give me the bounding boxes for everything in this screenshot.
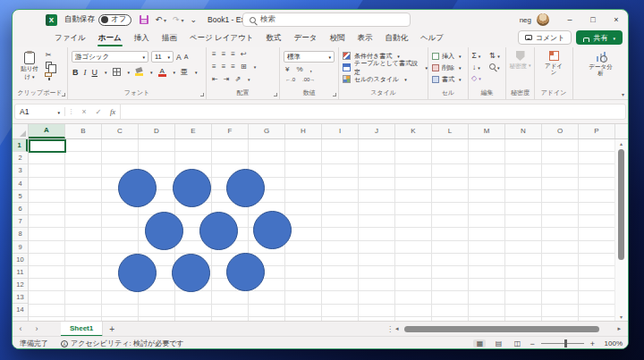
borders-icon[interactable] — [113, 68, 121, 76]
vertical-scrollbar[interactable]: ▴ ▾ — [614, 139, 627, 321]
name-box-splitter[interactable]: ⋮ — [65, 108, 77, 115]
copy-icon[interactable] — [46, 62, 52, 69]
ribbon-tab-2[interactable]: 挿入 — [128, 29, 156, 47]
sort-filter-icon[interactable]: ⇅ — [489, 51, 500, 60]
find-select-icon[interactable] — [489, 63, 500, 71]
search-box[interactable]: 検索 — [242, 13, 411, 27]
row-header-3[interactable]: 3 — [13, 164, 28, 177]
row-header-6[interactable]: 6 — [13, 203, 28, 215]
font-color-button[interactable]: A — [158, 68, 166, 77]
enter-icon[interactable]: ✓ — [91, 107, 106, 116]
page-break-view-icon[interactable]: ◫ — [511, 339, 523, 347]
font-size-select[interactable]: 11 — [151, 51, 174, 63]
clear-icon[interactable]: ◇ — [471, 74, 481, 82]
column-header-P[interactable]: P — [579, 124, 615, 138]
fill-icon[interactable]: ↓ — [472, 63, 480, 71]
decrease-indent-icon[interactable]: ⇤ — [212, 75, 218, 83]
ribbon-tab-4[interactable]: ページ レイアウト — [183, 29, 260, 47]
ruby-button[interactable]: 亜 — [181, 67, 188, 77]
autosave-control[interactable]: 自動保存 オフ — [64, 14, 131, 26]
currency-icon[interactable]: ¥ — [285, 65, 289, 73]
decrease-decimal-icon[interactable]: .00→ — [302, 77, 315, 82]
column-header-G[interactable]: G — [249, 124, 285, 138]
ribbon-tab-3[interactable]: 描画 — [156, 29, 183, 47]
number-dialog-launcher-icon[interactable] — [333, 93, 336, 96]
row-header-12[interactable]: 12 — [13, 279, 28, 291]
tab-scroll-splitter[interactable]: ⋮ — [386, 325, 394, 333]
clipboard-dialog-launcher-icon[interactable] — [62, 93, 65, 96]
autosum-icon[interactable]: Σ — [471, 51, 480, 60]
hscroll-right-icon[interactable]: ▸ — [617, 325, 621, 332]
fill-color-icon[interactable] — [135, 68, 143, 76]
merge-center-icon[interactable]: ⊞ — [241, 63, 247, 71]
row-header-4[interactable]: 4 — [13, 178, 28, 190]
align-top-icon[interactable]: ≡ — [212, 50, 216, 58]
row-header-14[interactable]: 14 — [13, 304, 28, 316]
font-dialog-launcher-icon[interactable] — [200, 93, 204, 96]
column-header-L[interactable]: L — [432, 124, 469, 138]
row-header-2[interactable]: 2 — [13, 152, 28, 164]
share-button[interactable]: 共有 — [576, 30, 623, 45]
underline-button[interactable]: U — [92, 68, 98, 77]
select-all-button[interactable] — [13, 124, 29, 138]
increase-indent-icon[interactable]: ⇥ — [224, 75, 230, 83]
save-icon[interactable] — [140, 15, 148, 24]
sheet-next-icon[interactable]: › — [29, 324, 45, 333]
format-painter-icon[interactable] — [45, 72, 52, 77]
ribbon-tab-5[interactable]: 数式 — [259, 29, 287, 47]
cells-item-1[interactable]: 削除 — [428, 62, 468, 73]
alignment-dialog-launcher-icon[interactable] — [274, 93, 277, 96]
grow-font-button[interactable]: A — [176, 53, 182, 62]
circle-shape-6[interactable] — [253, 211, 292, 249]
scroll-up-icon[interactable]: ▴ — [615, 140, 627, 147]
circle-shape-5[interactable] — [199, 212, 238, 250]
circle-shape-8[interactable] — [172, 254, 210, 292]
column-header-E[interactable]: E — [175, 124, 212, 138]
ribbon-tab-6[interactable]: データ — [287, 29, 323, 47]
maximize-button[interactable]: □ — [581, 10, 605, 29]
zoom-level[interactable]: 100% — [601, 339, 623, 347]
shrink-font-button[interactable]: A — [184, 54, 189, 60]
cells-item-2[interactable]: 書式 — [428, 73, 468, 85]
paste-button[interactable]: 貼り付け — [18, 52, 41, 81]
cancel-icon[interactable]: × — [77, 107, 91, 116]
formula-input[interactable] — [120, 105, 625, 119]
ribbon-tab-10[interactable]: ヘルプ — [414, 29, 450, 47]
circle-shape-3[interactable] — [226, 169, 265, 207]
column-header-N[interactable]: N — [505, 124, 542, 138]
row-header-7[interactable]: 7 — [13, 215, 28, 228]
bold-button[interactable]: B — [72, 68, 79, 77]
redo-dropdown-icon[interactable]: ▾ — [182, 17, 184, 23]
align-left-icon[interactable]: ≡ — [212, 63, 216, 71]
column-header-F[interactable]: F — [212, 124, 249, 138]
row-header-9[interactable]: 9 — [13, 241, 28, 254]
comma-style-icon[interactable]: , — [310, 65, 312, 73]
excel-app-icon[interactable]: X — [46, 14, 57, 26]
column-header-J[interactable]: J — [359, 124, 395, 138]
worksheet-grid[interactable]: 123456789101112131415 ▴ ▾ — [13, 139, 628, 321]
horizontal-scroll-thumb[interactable] — [404, 326, 599, 332]
undo-dropdown-icon[interactable]: ▾ — [164, 17, 166, 23]
accessibility-status[interactable]: 人 アクセシビリティ: 検討が必要です — [61, 339, 184, 348]
number-format-select[interactable]: 標準 — [284, 51, 335, 63]
row-header-1[interactable]: 1 — [13, 139, 28, 152]
column-header-D[interactable]: D — [139, 124, 175, 138]
sheet-tab-Sheet1[interactable]: Sheet1 — [61, 322, 103, 337]
normal-view-icon[interactable]: ▦ — [473, 339, 486, 347]
circle-shape-9[interactable] — [226, 253, 265, 291]
zoom-out-button[interactable]: − — [530, 339, 534, 348]
circle-shape-4[interactable] — [145, 212, 183, 250]
ribbon-tab-7[interactable]: 校閲 — [323, 29, 351, 47]
row-header-11[interactable]: 11 — [13, 266, 28, 279]
undo-button[interactable]: ↶ — [155, 15, 162, 24]
column-header-A[interactable]: A — [29, 124, 65, 138]
row-header-13[interactable]: 13 — [13, 291, 28, 304]
autosave-toggle[interactable]: オフ — [98, 14, 131, 26]
row-header-8[interactable]: 8 — [13, 228, 28, 240]
column-header-O[interactable]: O — [542, 124, 579, 138]
circle-shape-2[interactable] — [173, 169, 211, 207]
user-avatar[interactable] — [537, 13, 549, 26]
addins-button[interactable]: アドイン — [535, 51, 572, 76]
ribbon-tab-9[interactable]: 自動化 — [378, 29, 414, 47]
font-name-select[interactable]: 游ゴシック — [72, 51, 148, 63]
